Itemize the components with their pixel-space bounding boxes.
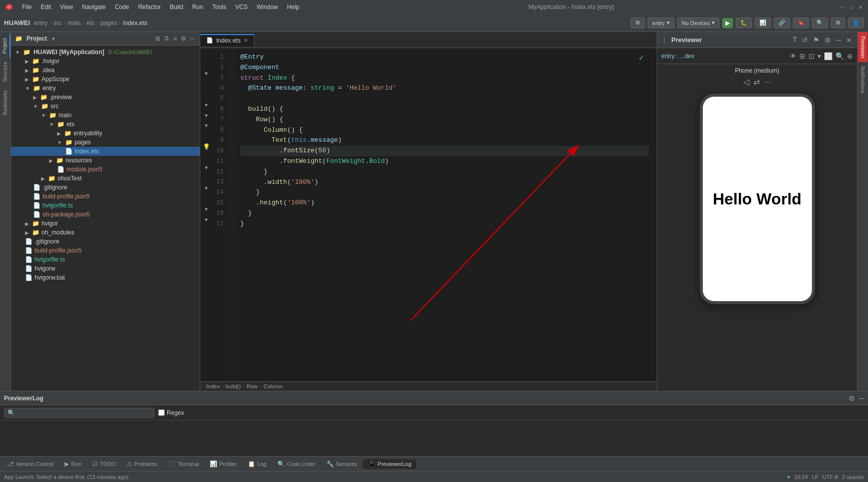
tab-previewer-log[interactable]: 📱 PreviewerLog (363, 459, 416, 469)
menu-edit[interactable]: Edit (37, 3, 55, 12)
list-item[interactable]: ▶ 📁 resources (11, 156, 200, 165)
fold-icon[interactable]: ▼ (205, 217, 208, 223)
sidebar-tab-project[interactable]: Project (0, 34, 11, 58)
list-item[interactable]: ▶ 📁 entryability (11, 129, 200, 138)
attach-button[interactable]: 🔗 (774, 18, 790, 28)
tab-close-btn[interactable]: ✕ (244, 38, 248, 43)
zoom-out-btn[interactable]: 🔍 (835, 52, 844, 60)
list-item[interactable]: ▶ 📁 .hvigor (11, 57, 200, 66)
menu-code[interactable]: Code (111, 3, 133, 12)
list-item[interactable]: ▶ 📁 hvigor (11, 219, 200, 228)
minimize-prev-btn[interactable]: ─ (835, 35, 842, 45)
more-icon[interactable]: ⋮ (661, 37, 667, 44)
list-item[interactable]: ▼ 📁 entry (11, 84, 200, 93)
list-item[interactable]: ▶ 📁 AppScope (11, 75, 200, 84)
list-item[interactable]: 📄 .gitignore (11, 237, 200, 246)
list-item[interactable]: ▼ 📁 main (11, 111, 200, 120)
list-item[interactable]: 📄 build-profile.json5 (11, 246, 200, 255)
fold-icon[interactable]: ▼ (205, 103, 208, 108)
debug-button[interactable]: 🐛 (736, 18, 752, 28)
sidebar-tab-previewer[interactable]: Previewer (858, 32, 867, 62)
tab-services[interactable]: 🔧 Services (321, 459, 362, 469)
tab-todo[interactable]: ☑ TODO (87, 459, 121, 469)
settings-btn[interactable]: ⚙ (631, 18, 645, 28)
breadcrumb-pages[interactable]: pages (101, 20, 117, 27)
breadcrumb-src[interactable]: src (54, 20, 62, 27)
tree-filter-btn[interactable]: ≡ (172, 34, 178, 43)
list-item[interactable]: 📄 hvigorfile.ts (11, 255, 200, 264)
bp-settings-btn[interactable]: ⚙ (848, 394, 855, 402)
refresh-btn[interactable]: ↺ (801, 35, 809, 45)
settings-prev-btn[interactable]: ⚙ (823, 35, 832, 45)
tree-root[interactable]: ▼ 📁 HUAWEI [MyApplication] D:\Code\HUAWE… (11, 48, 200, 57)
menu-run[interactable]: Run (188, 3, 207, 12)
list-item[interactable]: ▶ 📁 ohosTest (11, 174, 200, 183)
list-item[interactable]: 📄 hvigorw.bat (11, 273, 200, 282)
menu-build[interactable]: Build (166, 3, 187, 12)
editor-tab-index[interactable]: 📄 Index.ets ✕ (200, 34, 254, 46)
list-item[interactable]: 📄 Index.ets (11, 147, 200, 156)
code-editor[interactable]: ▼ ▼ ▼ ▼ 💡 ▼ ▼ ▼ ▼ 1 (200, 48, 657, 381)
search-toolbar-btn[interactable]: 🔍 (812, 18, 828, 28)
tree-collapse-btn[interactable]: ⊞ (154, 34, 161, 43)
tree-settings-btn[interactable]: ⚙ (180, 34, 187, 43)
list-item[interactable]: 📄 oh-package.json5 (11, 210, 200, 219)
rotate-left-btn[interactable]: ◁ (743, 77, 749, 87)
close-button[interactable]: ✕ (857, 4, 864, 11)
list-item[interactable]: ▼ 📁 pages (11, 138, 200, 147)
menu-vcs[interactable]: VCS (231, 3, 252, 12)
bookmark-button[interactable]: 🔖 (793, 18, 809, 28)
tab-profiler[interactable]: 📊 Profiler (205, 459, 242, 469)
no-devices-button[interactable]: No Devices ▾ (677, 18, 719, 28)
sidebar-tab-bookmarks[interactable]: Bookmarks (1, 86, 10, 119)
list-item[interactable]: ▶ 📁 .idea (11, 66, 200, 75)
breadcrumb-main[interactable]: main (68, 20, 81, 27)
tab-log[interactable]: 📋 Log (243, 459, 271, 469)
code-content[interactable]: ✓ @Entry @Component struct Index { @Stat… (232, 48, 657, 381)
fold-icon[interactable]: ▼ (205, 123, 208, 129)
flip-btn[interactable]: ⇄ (753, 77, 760, 87)
bulb-icon[interactable]: 💡 (203, 143, 210, 151)
eye-btn[interactable]: 👁 (789, 52, 796, 60)
project-dropdown[interactable]: ▾ (52, 36, 55, 42)
list-item[interactable]: 📄 hvigorw (11, 264, 200, 273)
breadcrumb-entry[interactable]: entry (34, 20, 48, 27)
tab-run[interactable]: ▶ Run (60, 459, 86, 469)
menu-refactor[interactable]: Refactor (134, 3, 165, 12)
fold-icon[interactable]: ▼ (205, 113, 208, 119)
fold-icon[interactable]: ▼ (205, 207, 208, 212)
expand-btn[interactable]: ⬜ (824, 52, 832, 60)
zoom-in-btn[interactable]: ⊕ (847, 52, 853, 60)
menu-tools[interactable]: Tools (208, 3, 230, 12)
tab-terminal[interactable]: ⬛ Terminal (163, 459, 204, 469)
fold-icon[interactable]: ▼ (205, 165, 208, 171)
menu-window[interactable]: Window (253, 3, 282, 12)
settings-toolbar-btn[interactable]: ⚙ (831, 18, 845, 28)
profile-button[interactable]: 📊 (755, 18, 771, 28)
dropdown-prev-btn[interactable]: ▾ (817, 52, 821, 60)
log-search-input[interactable] (17, 409, 151, 416)
list-item[interactable]: ▶ 📁 oh_modules (11, 228, 200, 237)
menu-help[interactable]: Help (283, 3, 303, 12)
layers-btn[interactable]: ⊞ (799, 52, 805, 60)
bp-minimize-btn[interactable]: ─ (859, 394, 864, 402)
tree-close-btn[interactable]: ─ (189, 34, 196, 43)
list-item[interactable]: 📄 .gitignore (11, 183, 200, 192)
log-search-input-wrap[interactable]: 🔍 (4, 408, 154, 418)
sidebar-tab-structure[interactable]: Structure (1, 58, 10, 86)
maximize-button[interactable]: □ (848, 4, 855, 11)
run-button[interactable]: ▶ (722, 18, 733, 28)
list-item[interactable]: ▼ 📁 src (11, 102, 200, 111)
profile-toolbar-btn[interactable]: 👤 (848, 18, 864, 28)
tab-problems[interactable]: ⚠ Problems (122, 459, 162, 469)
regex-checkbox[interactable] (158, 409, 165, 416)
list-item[interactable]: ▶ 📁 .preview (11, 93, 200, 102)
fold-icon[interactable]: ▼ (205, 186, 208, 191)
tree-sort-btn[interactable]: ⇅ (163, 34, 170, 43)
sidebar-tab-notifications[interactable]: Notifications (858, 62, 867, 97)
fold-icon[interactable]: ▼ (205, 71, 208, 77)
list-item[interactable]: 📄 hvigorfile.ts (11, 201, 200, 210)
tab-code-linter[interactable]: 🔍 Code Linter (272, 459, 320, 469)
list-item[interactable]: 📄 module.json5 (11, 165, 200, 174)
minimize-button[interactable]: ─ (839, 4, 846, 11)
